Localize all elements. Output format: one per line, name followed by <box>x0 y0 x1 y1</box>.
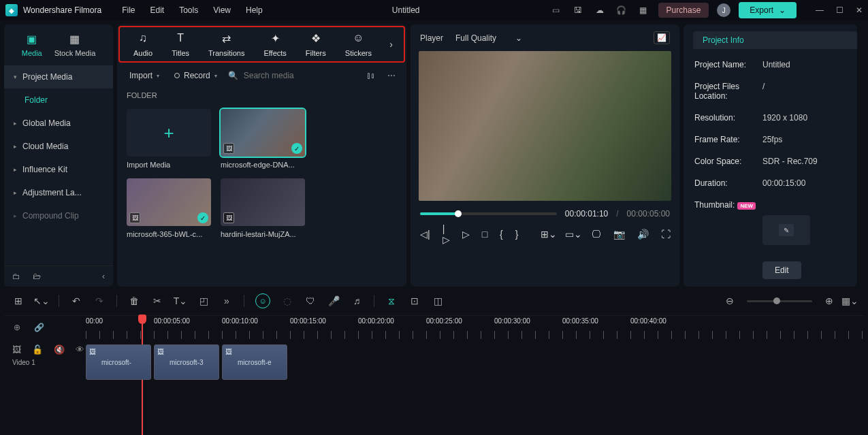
text-icon[interactable]: T⌄ <box>174 295 187 307</box>
prev-frame-icon[interactable]: ◁| <box>420 228 430 240</box>
marker-icon[interactable]: ◫ <box>432 295 444 307</box>
link-track-icon[interactable]: 🔗 <box>34 323 44 332</box>
tab-stickers[interactable]: ☺Stickers <box>336 31 381 57</box>
zoom-slider[interactable] <box>747 300 812 302</box>
media-thumb[interactable]: 🖼 <box>221 178 305 226</box>
next-frame-icon[interactable]: |▷ <box>443 228 450 240</box>
menu-tools[interactable]: Tools <box>179 5 198 15</box>
delete-icon[interactable]: 🗑 <box>128 295 140 307</box>
display-icon[interactable]: 🖵 <box>592 228 601 240</box>
zoom-out-icon[interactable]: ⊖ <box>724 295 736 307</box>
collapse-sidebar-icon[interactable]: ‹ <box>102 272 105 281</box>
sidebar-subitem-folder[interactable]: Folder <box>4 88 113 112</box>
fullscreen-icon[interactable]: ⛶ <box>661 228 671 240</box>
headphones-icon[interactable]: 🎧 <box>615 3 628 17</box>
music-note-icon[interactable]: ♬ <box>351 295 363 307</box>
media-item-import[interactable]: + Import Media <box>127 109 211 169</box>
minimize-button[interactable]: — <box>816 5 824 15</box>
zoom-in-icon[interactable]: ⊕ <box>823 295 835 307</box>
add-track-icon[interactable]: ⊕ <box>14 323 20 332</box>
zoom-slider-thumb[interactable] <box>773 297 780 304</box>
tab-filters[interactable]: ❖Filters <box>296 31 336 57</box>
templates-icon[interactable]: ⊞ <box>12 295 25 307</box>
media-item[interactable]: 🖼 hardini-lestari-MujZA... <box>221 178 305 238</box>
video-track[interactable]: 🖼microsoft-🖼microsoft-3🖼microsoft-e <box>86 339 864 387</box>
sidebar-item-adjustment-layer[interactable]: ▸Adjustment La... <box>4 181 113 204</box>
track-mute-icon[interactable]: 🔇 <box>54 344 65 355</box>
tabs-next-icon[interactable]: › <box>383 39 400 50</box>
play-icon[interactable]: ▷ <box>462 228 470 240</box>
device-icon[interactable]: ▭ <box>549 3 563 17</box>
redo-icon[interactable]: ↷ <box>93 295 106 307</box>
magnet-icon[interactable]: ⧖ <box>385 295 398 307</box>
maximize-button[interactable]: ☐ <box>836 5 843 15</box>
media-item[interactable]: 🖼✓ microsoft-edge-DNA... <box>221 109 305 169</box>
pointer-icon[interactable]: ↖⌄ <box>35 295 48 307</box>
undo-icon[interactable]: ↶ <box>70 295 82 307</box>
circle-tool-icon[interactable]: ◌ <box>281 295 293 307</box>
apps-grid-icon[interactable]: ▦ <box>637 3 650 17</box>
menu-view[interactable]: View <box>213 5 231 15</box>
record-dropdown[interactable]: Record▾ <box>170 68 221 83</box>
sidebar-item-global-media[interactable]: ▸Global Media <box>4 112 113 135</box>
edit-thumbnail-icon[interactable]: ✎ <box>779 224 794 236</box>
filter-icon[interactable]: ⫿⫾ <box>364 71 378 80</box>
media-item[interactable]: 🖼✓ microsoft-365-bWL-c... <box>127 178 211 238</box>
scrubber-track[interactable] <box>420 212 557 215</box>
more-tools-icon[interactable]: » <box>221 295 233 307</box>
timeline-clip[interactable]: 🖼microsoft- <box>86 344 151 380</box>
close-button[interactable]: ✕ <box>856 5 863 15</box>
ai-feature-icon[interactable]: ☺ <box>255 293 270 308</box>
track-lock-icon[interactable]: 🔓 <box>32 344 43 355</box>
menu-edit[interactable]: Edit <box>150 5 165 15</box>
more-icon[interactable]: ⋯ <box>385 71 398 80</box>
stop-icon[interactable]: □ <box>482 228 487 240</box>
snapshot-icon[interactable]: 📈 <box>654 31 670 44</box>
tab-transitions[interactable]: ⇄Transitions <box>199 31 254 57</box>
new-folder-icon[interactable]: 🗀 <box>12 272 20 281</box>
timeline-clip[interactable]: 🖼microsoft-e <box>222 344 287 380</box>
mark-out-icon[interactable]: } <box>515 228 519 240</box>
track-visibility-icon[interactable]: 👁 <box>76 344 84 355</box>
timeline-clip[interactable]: 🖼microsoft-3 <box>154 344 219 380</box>
delete-folder-icon[interactable]: 🗁 <box>33 272 41 281</box>
layout-icon[interactable]: ⊞⌄ <box>543 228 555 240</box>
media-thumb[interactable]: 🖼✓ <box>127 178 211 226</box>
user-avatar[interactable]: J <box>717 3 730 17</box>
tab-audio[interactable]: ♫Audio <box>124 31 162 57</box>
scrubber-thumb[interactable] <box>455 210 462 217</box>
player-preview[interactable] <box>419 51 671 201</box>
menu-help[interactable]: Help <box>246 5 263 15</box>
aspect-icon[interactable]: ▭⌄ <box>567 228 579 240</box>
shield-icon[interactable]: 🛡 <box>304 295 317 307</box>
media-thumb[interactable]: 🖼✓ <box>221 109 305 157</box>
camera-icon[interactable]: 📷 <box>613 228 625 240</box>
tab-effects[interactable]: ✦Effects <box>254 31 295 57</box>
project-info-tab[interactable]: Project Info <box>693 31 857 49</box>
quality-dropdown[interactable]: Full Quality⌄ <box>455 33 522 43</box>
playhead-knob[interactable] <box>138 315 146 324</box>
purchase-button[interactable]: Purchase <box>658 3 709 18</box>
search-input[interactable] <box>244 71 357 80</box>
microphone-icon[interactable]: 🎤 <box>327 295 340 307</box>
menu-file[interactable]: File <box>122 5 135 15</box>
export-button[interactable]: Export ⌄ <box>739 2 797 18</box>
sidebar-item-project-media[interactable]: ▾Project Media <box>4 65 113 88</box>
sidebar-item-influence-kit[interactable]: ▸Influence Kit <box>4 158 113 181</box>
sidebar-tab-media[interactable]: ▣ Media <box>22 31 42 57</box>
link-clips-icon[interactable]: ⊡ <box>408 295 421 307</box>
volume-icon[interactable]: 🔊 <box>637 228 649 240</box>
thumbnail-preview[interactable]: ✎ <box>762 215 810 245</box>
tab-titles[interactable]: TTitles <box>162 31 199 57</box>
sidebar-item-compound-clip[interactable]: ▸Compound Clip <box>4 204 113 227</box>
save-icon[interactable]: 🖫 <box>571 3 585 17</box>
timeline-ruler[interactable]: ✂ 00:0000:00:05:0000:00:10:0000:00:15:00… <box>86 316 864 339</box>
cloud-download-icon[interactable]: ☁ <box>593 3 607 17</box>
import-dropdown[interactable]: Import▾ <box>125 68 163 83</box>
track-image-icon[interactable]: 🖼 <box>12 344 21 355</box>
edit-button[interactable]: Edit <box>762 261 801 279</box>
mark-in-icon[interactable]: { <box>500 228 503 240</box>
view-options-icon[interactable]: ▦⌄ <box>843 295 856 307</box>
crop-icon[interactable]: ◰ <box>197 295 210 307</box>
split-icon[interactable]: ✂ <box>151 295 163 307</box>
